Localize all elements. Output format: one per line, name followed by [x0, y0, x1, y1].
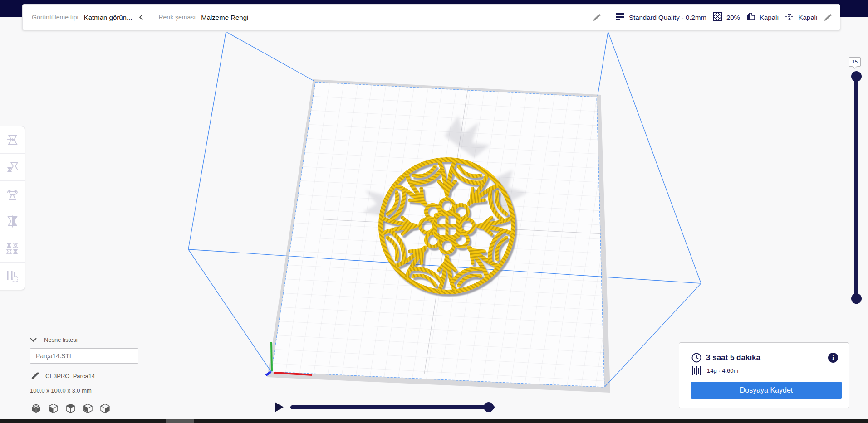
layer-slider-top-handle[interactable] [851, 71, 862, 82]
tool-scale-button[interactable] [0, 154, 25, 181]
layer-value-tooltip: 15 [849, 57, 861, 67]
support-value: Kapalı [760, 14, 779, 21]
divider [608, 5, 608, 30]
path-slider-handle[interactable] [484, 402, 494, 412]
color-scheme-label: Renk şeması [158, 14, 196, 21]
collapse-chevron-icon[interactable] [138, 14, 143, 21]
tool-support-blocker-button[interactable] [0, 263, 25, 290]
object-list: Nesne listesi CE3PRO_Parca14 100.0 x 100… [25, 336, 138, 415]
rename-pencil-icon [31, 372, 39, 380]
cura-app: Görüntüleme tipi Katman görün... Renk şe… [0, 0, 868, 423]
view-front-cube-icon[interactable] [48, 404, 59, 415]
job-name-row[interactable]: CE3PRO_Parca14 [31, 372, 95, 380]
material-usage: 14g · 4.60m [707, 367, 738, 374]
view-right-cube-icon[interactable] [100, 404, 110, 415]
material-usage-icon [691, 366, 701, 375]
play-simulation-button[interactable] [272, 401, 286, 414]
info-icon[interactable]: i [828, 353, 838, 363]
left-toolbar [0, 126, 25, 290]
print-time-estimate: 3 saat 5 dakika [706, 353, 760, 362]
infill-icon [713, 12, 722, 23]
adhesion-icon [785, 12, 794, 23]
clock-icon [691, 353, 701, 363]
quality-icon [616, 13, 625, 22]
model-file-name-input[interactable] [30, 348, 138, 364]
view-type-dropdown[interactable]: Katman görün... [84, 14, 132, 21]
print-profile-value: Standard Quality - 0.2mm [629, 14, 706, 21]
bottom-status-bar [0, 419, 868, 423]
edit-print-settings-pencil-icon[interactable] [824, 14, 832, 21]
adhesion-value: Kapalı [798, 14, 818, 21]
model-dimensions: 100.0 x 100.0 x 3.0 mm [30, 387, 138, 394]
save-to-file-button[interactable]: Dosyaya Kaydet [691, 382, 842, 399]
edit-view-pencil-icon[interactable] [593, 14, 601, 21]
layer-slider-track[interactable] [854, 76, 858, 298]
view-left-cube-icon[interactable] [83, 404, 93, 415]
object-list-toggle[interactable]: Nesne listesi [25, 336, 78, 343]
print-stats-panel: 3 saat 5 dakika i 14g · 4.60m Dosyaya Ka… [679, 342, 849, 408]
tool-mirror-button[interactable] [0, 208, 25, 235]
object-list-title: Nesne listesi [44, 336, 78, 343]
bottom-bar-scrollbar-thumb[interactable] [166, 419, 194, 423]
axis-z-green [271, 342, 272, 371]
support-icon [746, 12, 755, 22]
path-slider[interactable] [290, 405, 495, 409]
infill-value: 20% [726, 14, 740, 21]
tool-per-model-settings-button[interactable] [0, 235, 25, 263]
layer-slider-bottom-handle[interactable] [851, 293, 862, 304]
camera-view-buttons [31, 404, 138, 415]
color-scheme-dropdown[interactable]: Malzeme Rengi [201, 14, 248, 21]
job-name: CE3PRO_Parca14 [45, 373, 95, 379]
chevron-down-icon [30, 338, 37, 342]
divider [151, 5, 151, 30]
stage-bar: Görüntüleme tipi Katman görün... Renk şe… [22, 4, 840, 30]
print-settings-summary[interactable]: Standard Quality - 0.2mm 20% Kapalı Kapa… [616, 12, 832, 23]
view-3d-cube-icon[interactable] [31, 404, 41, 415]
view-top-cube-icon[interactable] [65, 404, 76, 415]
tool-move-button[interactable] [0, 126, 25, 154]
tool-rotate-button[interactable] [0, 181, 25, 208]
view-type-label: Görüntüleme tipi [32, 14, 78, 21]
